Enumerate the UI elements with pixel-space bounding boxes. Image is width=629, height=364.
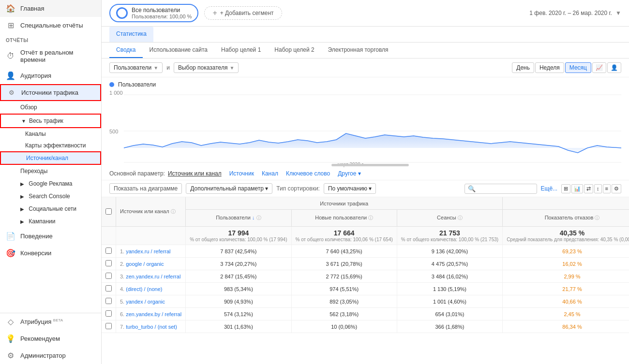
sidebar-item-google-ads[interactable]: ▶ Google Реклама <box>0 177 101 190</box>
segment-area: Все пользователи Пользователи: 100,00 % … <box>109 4 282 22</box>
lifetime-view-btn[interactable]: ≡ <box>603 184 611 193</box>
th-dim-label: Источник или канал <box>120 208 169 214</box>
segment-pill[interactable]: Все пользователи Пользователи: 100,00 % <box>109 4 198 22</box>
row-dim-link[interactable]: turbo_turbo / (not set) <box>126 324 177 330</box>
row-dim-link[interactable]: yandex.ru / referral <box>126 248 170 254</box>
row-checkbox-cell <box>102 245 116 258</box>
table-search: 🔍 <box>464 184 537 194</box>
row-checkbox[interactable] <box>105 323 112 329</box>
primary-dim-source-channel[interactable]: Источник или канал <box>168 170 222 177</box>
show-chart-button[interactable]: Показать на диаграмме <box>109 183 182 194</box>
row-dim-link[interactable]: zen.yandex.by / referral <box>126 311 181 317</box>
row-sessions: 366 (1,68%) <box>397 320 502 333</box>
row-checkbox-cell <box>102 295 116 308</box>
row-checkbox[interactable] <box>105 285 112 291</box>
arrow-down-icon: ▼ <box>21 118 26 124</box>
th-sessions[interactable]: Сеансы ⓘ <box>397 210 502 227</box>
row-checkbox[interactable] <box>105 273 112 279</box>
row-bounce: 40,66 % <box>503 295 629 308</box>
more-link[interactable]: Ещё... <box>541 185 558 192</box>
table-row: 2. google / organic 3 734 (20,27%) 3 671… <box>102 258 629 270</box>
date-range[interactable]: 1 фев. 2020 г. – 26 мар. 2020 г. ▼ <box>529 10 621 16</box>
th-checkbox <box>102 197 116 227</box>
row-bounce: 2,99 % <box>503 270 629 283</box>
metric-selector2[interactable]: Выбор показателя ▼ <box>174 62 239 73</box>
row-dim-link[interactable]: google / organic <box>126 261 164 267</box>
search-input[interactable] <box>476 185 534 192</box>
row-new-users: 7 640 (43,25%) <box>291 245 397 258</box>
th-users-info[interactable]: ⓘ <box>256 215 261 220</box>
period-day[interactable]: День <box>512 62 534 73</box>
row-dim-link[interactable]: (direct) / (none) <box>126 286 162 292</box>
tab-summary[interactable]: Сводка <box>109 43 143 58</box>
sidebar-item-recommendations[interactable]: 💡 Рекомендуем <box>0 330 101 347</box>
custom-view-btn[interactable]: ⚙ <box>612 184 621 193</box>
compare-view-btn[interactable]: ⇄ <box>584 184 593 193</box>
period-month[interactable]: Месяц <box>565 62 591 73</box>
th-new-users-info[interactable]: ⓘ <box>368 215 373 220</box>
sidebar-item-campaigns[interactable]: ▶ Кампании <box>0 215 101 228</box>
tab-goals-1[interactable]: Набор целей 1 <box>214 43 268 58</box>
metric-selector[interactable]: Пользователи ▼ <box>109 62 163 73</box>
row-dim-link[interactable]: zen.yandex.ru / referral <box>126 274 180 279</box>
th-bounce-info[interactable]: ⓘ <box>595 215 599 220</box>
row-checkbox[interactable] <box>105 310 112 317</box>
th-sessions-info[interactable]: ⓘ <box>458 215 463 220</box>
arrow-right-icon4: ▶ <box>20 219 24 224</box>
sidebar-item-traffic-sources[interactable]: ⚙ Источники трафика <box>0 84 101 101</box>
total-users-sub: % от общего количества: 100,00 % (17 994… <box>190 237 287 242</box>
lightbulb-icon: 💡 <box>6 334 15 343</box>
sidebar-item-conversions[interactable]: 🎯 Конверсии <box>0 245 101 262</box>
select-all-checkbox[interactable] <box>105 208 112 215</box>
pivot-view-btn[interactable]: ↕ <box>594 184 602 193</box>
chart-line-icon[interactable]: 📈 <box>592 62 606 73</box>
sidebar-item-source-channel[interactable]: Источник/канал <box>0 151 101 165</box>
chart-controls: Пользователи ▼ и Выбор показателя ▼ День… <box>102 58 629 77</box>
sidebar-item-special-reports[interactable]: ⊞ Специальные отчёты <box>0 17 101 34</box>
row-dim: 6. zen.yandex.by / referral <box>116 308 186 320</box>
row-dim-link[interactable]: yandex / organic <box>126 299 165 305</box>
sidebar-item-search-console[interactable]: ▶ Search Console <box>0 190 101 203</box>
sidebar-item-transitions[interactable]: Переходы <box>0 165 101 177</box>
row-checkbox-cell <box>102 308 116 320</box>
tab-goals-2[interactable]: Набор целей 2 <box>268 43 321 58</box>
sidebar-item-social[interactable]: ▶ Социальные сети <box>0 203 101 215</box>
tab-ecommerce[interactable]: Электронная торговля <box>321 43 395 58</box>
chart-bar-icon[interactable]: 👤 <box>607 62 621 73</box>
row-checkbox[interactable] <box>105 298 112 304</box>
tab-statistics[interactable]: Статистика <box>109 27 153 42</box>
sidebar-item-overview[interactable]: Обзор <box>0 101 101 114</box>
primary-dim-channel[interactable]: Канал <box>262 170 278 177</box>
th-users[interactable]: Пользователи ↓ ⓘ <box>186 210 291 227</box>
sidebar-item-realtime[interactable]: ⏱ Отчёт в реальном времени <box>0 45 101 67</box>
th-dim-info[interactable]: ⓘ <box>171 209 176 214</box>
sidebar-item-all-traffic[interactable]: ▼ Весь трафик <box>0 114 101 128</box>
sidebar-item-audience[interactable]: 👤 Аудитория <box>0 67 101 84</box>
primary-dim-keyword[interactable]: Ключевое слово <box>286 170 330 177</box>
sidebar-item-home[interactable]: 🏠 Главная <box>0 0 101 17</box>
sidebar-item-channels[interactable]: Каналы <box>0 128 101 140</box>
primary-dim-other[interactable]: Другое ▾ <box>338 170 360 177</box>
primary-dim-source[interactable]: Источник <box>229 170 254 177</box>
th-bounce[interactable]: Показатель отказов ⓘ <box>503 210 629 227</box>
sort-type-select[interactable]: По умолчанию ▾ <box>324 183 376 194</box>
add-segment-button[interactable]: + + Добавить сегмент <box>204 6 282 20</box>
add-param-button[interactable]: Дополнительный параметр ▾ <box>186 183 272 194</box>
table-row: 7. turbo_turbo / (not set) 301 (1,63%) 1… <box>102 320 629 333</box>
chart-view-btn[interactable]: 📊 <box>571 184 583 193</box>
tab-site-usage[interactable]: Использование сайта <box>143 43 215 58</box>
period-week[interactable]: Неделя <box>535 62 564 73</box>
th-new-users[interactable]: Новые пользователи ⓘ <box>291 210 397 227</box>
row-checkbox[interactable] <box>105 260 112 266</box>
table-view-btn[interactable]: ⊞ <box>561 184 570 193</box>
sidebar-label-attribution: Атрибуция BETA <box>20 318 63 325</box>
sidebar-item-attribution[interactable]: ◇ Атрибуция BETA <box>0 313 101 330</box>
row-checkbox[interactable] <box>105 248 112 254</box>
sort-arrow: ↓ <box>252 215 255 220</box>
sidebar-item-behavior[interactable]: 📄 Поведение <box>0 228 101 245</box>
sub-tabs: Сводка Использование сайта Набор целей 1… <box>102 43 629 58</box>
add-segment-label: + Добавить сегмент <box>220 10 274 16</box>
date-range-arrow: ▼ <box>615 10 621 16</box>
sidebar-item-effectiveness[interactable]: Карты эффективности <box>0 140 101 151</box>
sidebar-item-admin[interactable]: ⚙ Администратор <box>0 347 101 364</box>
